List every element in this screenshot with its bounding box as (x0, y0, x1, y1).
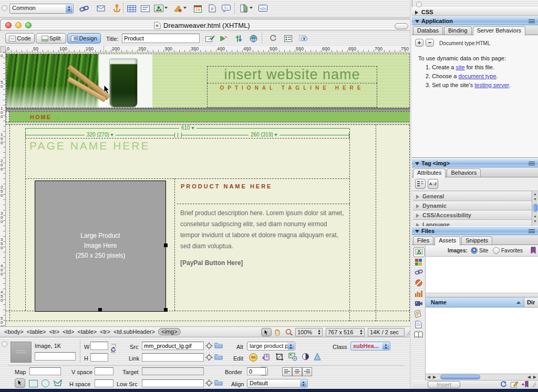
scroll-up-arrow[interactable]: ▲ (533, 192, 537, 196)
category-dynamic[interactable]: Dynamic (413, 202, 532, 210)
tab-bindings[interactable]: Binding (444, 26, 472, 35)
toolbar-toggle-widget[interactable] (395, 23, 408, 29)
tab-files[interactable]: Files (413, 236, 433, 245)
server-include-icon[interactable]: # (206, 3, 219, 14)
insert-category-select[interactable]: Common ▲▼ (9, 4, 74, 14)
product-image-placeholder[interactable]: Large Product Image Here (250 x 250 pixe… (35, 181, 166, 312)
link-field[interactable] (142, 353, 204, 362)
tagline-cell[interactable]: OPTIONAL TAGLINE HERE (207, 83, 377, 108)
panel-menu-icon[interactable] (529, 162, 535, 165)
product-name-text[interactable]: PRODUCT NAME HERE (181, 183, 272, 189)
tab-assets[interactable]: Assets (434, 236, 460, 246)
height-field[interactable] (90, 353, 108, 362)
tag-table2[interactable]: <table> (78, 329, 97, 335)
movies-icon[interactable] (415, 300, 423, 307)
lowsrc-field[interactable] (142, 379, 204, 387)
category-css-accessibility[interactable]: CSS/Accessibility (413, 211, 532, 220)
resample-icon[interactable] (288, 353, 297, 361)
tag-tr2[interactable]: <tr> (100, 329, 110, 335)
design-view-button[interactable]: Design (67, 33, 101, 44)
name-column-header[interactable]: Name (426, 298, 524, 307)
point-to-file-icon[interactable] (205, 342, 213, 349)
visual-aids-icon[interactable] (297, 33, 310, 44)
insert-div-icon[interactable] (139, 3, 151, 14)
zoom-tool-button[interactable] (285, 329, 293, 336)
align-select[interactable]: Default▲▼ (247, 379, 308, 388)
image-name-field[interactable] (35, 352, 76, 361)
page-name-text[interactable]: PAGE NAME HERE (29, 140, 150, 152)
nav-home-link[interactable]: HOME (30, 114, 51, 120)
scroll-down-arrow[interactable]: ▼ (533, 219, 537, 223)
tag-table[interactable]: <table> (27, 329, 46, 335)
site-link[interactable]: site (456, 64, 465, 70)
remove-behavior-button[interactable]: − (426, 39, 434, 47)
paypal-placeholder[interactable]: [PayPal Button Here] (180, 259, 243, 267)
design-canvas[interactable]: insert website name OPTIONAL TAGLINE HER… (6, 52, 412, 326)
refresh-icon[interactable] (267, 33, 280, 44)
vspace-field[interactable] (95, 367, 113, 375)
colors-icon[interactable] (415, 259, 422, 266)
hyperlink-icon[interactable] (78, 3, 90, 14)
zoom-button[interactable] (25, 22, 32, 28)
shockwave-icon[interactable] (415, 290, 422, 297)
browse-folder-icon[interactable] (214, 379, 223, 386)
resize-handle-corner[interactable] (164, 308, 168, 312)
point-to-file-icon[interactable] (205, 379, 213, 387)
browse-folder-icon[interactable] (214, 353, 223, 360)
panel-collapse-widget[interactable] (2, 341, 7, 347)
media-dropdown-arrow[interactable] (183, 7, 187, 9)
tag-tr[interactable]: <tr> (49, 329, 60, 335)
images-icon[interactable] (413, 247, 425, 257)
right-column-width-label[interactable]: 260 (319) ▾ (249, 132, 280, 137)
asset-list-body[interactable] (426, 308, 538, 374)
preview-splitter[interactable]: ▴ (426, 293, 538, 298)
tag-panel-header[interactable]: Tag <img> (412, 158, 538, 167)
testing-server-link[interactable]: testing server (474, 82, 509, 88)
palette-collapse-widget[interactable] (2, 5, 7, 11)
tab-databases[interactable]: Databas (413, 26, 443, 35)
named-anchor-icon[interactable] (110, 3, 123, 14)
panel-menu-icon[interactable] (529, 229, 535, 233)
scroll-down-arrow[interactable]: ▼ (533, 197, 537, 201)
table-icon[interactable] (125, 3, 138, 14)
dir-column-header[interactable]: Dir (524, 298, 538, 307)
nav-bar[interactable]: HOME :: (9, 111, 410, 122)
hand-tool-button[interactable] (274, 329, 282, 336)
document-window-titlebar[interactable]: Dreamweaver.html (XHTML) (0, 19, 412, 31)
flash-icon[interactable] (415, 279, 422, 287)
css-panel-header[interactable]: CSS (412, 7, 538, 16)
oval-hotspot-tool[interactable] (42, 379, 49, 387)
dock-collapse-widget[interactable] (416, 2, 422, 7)
scroll-right-arrow[interactable]: ▶ (533, 375, 536, 379)
ruler-horizontal[interactable]: 0501001502002503003504004505005506006507… (6, 46, 412, 52)
preview-debug-icon[interactable] (218, 33, 230, 44)
resize-handle-bottom[interactable] (98, 308, 102, 312)
fireworks-edit-icon[interactable]: fw (249, 353, 257, 362)
reset-size-icon[interactable] (110, 343, 117, 354)
hspace-field[interactable] (95, 379, 113, 387)
zoom-level-select[interactable]: 100%▲▼ (295, 328, 323, 336)
edit-asset-icon[interactable] (511, 381, 519, 388)
document-type-link[interactable]: document type (458, 73, 496, 79)
align-center-button[interactable] (292, 367, 302, 376)
file-management-icon[interactable] (232, 33, 245, 44)
favorites-radio[interactable] (493, 247, 500, 254)
check-page-icon[interactable]: <> (204, 33, 216, 44)
preview-browser-icon[interactable] (247, 33, 260, 44)
scroll-up-arrow[interactable]: ▲ (533, 214, 537, 218)
site-radio[interactable] (471, 247, 478, 254)
border-field[interactable] (247, 367, 266, 375)
email-link-icon[interactable] (95, 3, 107, 14)
add-favorite-icon[interactable] (521, 381, 529, 388)
disclosure-right-icon[interactable] (415, 10, 418, 15)
brightness-contrast-icon[interactable] (302, 353, 309, 361)
scroll-left-arrow[interactable]: ◀ (427, 375, 430, 379)
image-icon[interactable] (152, 3, 165, 14)
select-tool-button[interactable] (261, 328, 272, 336)
list-view-button[interactable]: A↓Z (428, 179, 438, 189)
product-description[interactable]: Brief product description here. Lorem ip… (180, 208, 345, 252)
alt-select[interactable]: large product ph▲▼ (247, 342, 295, 351)
tag-chooser-icon[interactable]: </> (256, 3, 269, 14)
tab-attributes[interactable]: Attributes (413, 168, 446, 178)
resize-grip[interactable] (532, 382, 536, 388)
